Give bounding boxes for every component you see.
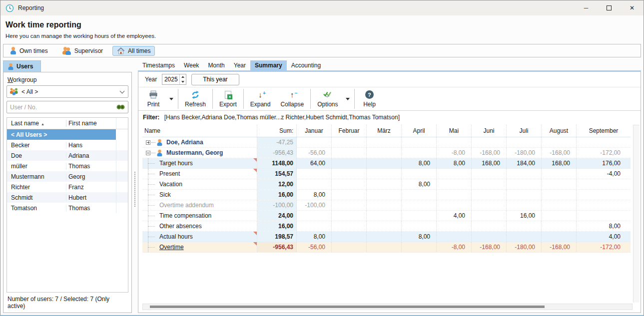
column-last-name[interactable]: Last name▲ bbox=[7, 120, 66, 127]
tab-week[interactable]: Week bbox=[179, 60, 203, 70]
refresh-button[interactable]: Refresh bbox=[180, 89, 211, 109]
list-item-user[interactable]: SchmidtHubert bbox=[7, 192, 128, 203]
toolbar-separator bbox=[212, 89, 213, 109]
toolbar-separator bbox=[354, 89, 355, 109]
column-sum[interactable]: Sum: bbox=[257, 125, 297, 137]
view-tab-strip: Timestamps Week Month Year Summary Accou… bbox=[138, 60, 641, 72]
vertical-scrollbar[interactable] bbox=[633, 125, 640, 303]
expand-button[interactable]: ↓+ Expand bbox=[245, 89, 276, 109]
table-row[interactable]: Vacation 12,00 8,00 bbox=[142, 179, 631, 190]
options-dropdown-arrow-icon[interactable] bbox=[346, 98, 350, 100]
excel-export-icon bbox=[225, 91, 231, 99]
column-september[interactable]: September bbox=[577, 125, 631, 137]
tab-users[interactable]: Users bbox=[3, 60, 41, 72]
table-row[interactable]: Present 154,57 -4,00 bbox=[142, 169, 631, 179]
maximize-button[interactable] bbox=[598, 0, 621, 15]
options-button[interactable]: Options bbox=[312, 89, 343, 109]
column-name[interactable]: Name bbox=[142, 125, 257, 137]
column-juni[interactable]: Juni bbox=[472, 125, 507, 137]
sort-asc-icon: ▲ bbox=[41, 122, 44, 126]
collapse-label: Collapse bbox=[280, 101, 304, 108]
year-bar: Year This year bbox=[138, 72, 641, 87]
list-item-user[interactable]: MustermannGeorg bbox=[7, 171, 128, 182]
expand-label: Expand bbox=[250, 101, 271, 108]
user-icon bbox=[8, 63, 14, 70]
print-button[interactable]: Print bbox=[140, 89, 166, 109]
column-august[interactable]: August bbox=[542, 125, 577, 137]
year-up-button[interactable] bbox=[180, 74, 186, 79]
table-row[interactable]: Overtime addendum -100,00 -100,00 bbox=[142, 200, 631, 211]
user-list-header: Last name▲ First name bbox=[7, 118, 128, 129]
refresh-label: Refresh bbox=[185, 101, 206, 108]
print-label: Print bbox=[147, 101, 160, 108]
table-row[interactable]: Mustermann, Georg -956,43 -56,00-8,00-16… bbox=[142, 148, 631, 158]
column-maerz[interactable]: März bbox=[367, 125, 402, 137]
app-window: Reporting ─ ✕ Work time reporting Here y… bbox=[0, 0, 644, 316]
export-label: Export bbox=[219, 101, 237, 108]
options-checks-icon bbox=[323, 91, 332, 98]
tab-timestamps[interactable]: Timestamps bbox=[138, 60, 179, 70]
tab-supervisor[interactable]: Supervisor bbox=[57, 45, 107, 56]
page-title: Work time reporting bbox=[5, 20, 639, 29]
column-first-name[interactable]: First name bbox=[66, 120, 116, 127]
refresh-icon bbox=[191, 90, 200, 99]
filter-value: [Hans Becker,Adriana Doe,Thomas müller..… bbox=[164, 114, 400, 121]
column-april[interactable]: April bbox=[402, 125, 437, 137]
scrollbar-thumb[interactable] bbox=[150, 306, 545, 308]
maximize-icon bbox=[607, 5, 612, 10]
table-row[interactable]: Actual hours 198,57 8,008,004,00 bbox=[142, 232, 631, 242]
help-button[interactable]: Help bbox=[356, 89, 382, 109]
summary-content: Year This year bbox=[138, 72, 641, 313]
workgroup-icon bbox=[9, 88, 18, 95]
tab-all-times[interactable]: All times bbox=[112, 46, 155, 56]
table-row[interactable]: Doe, Adriana -47,25 bbox=[142, 137, 631, 148]
horizontal-scrollbar[interactable] bbox=[142, 304, 633, 310]
list-item-user[interactable]: DoeAdriana bbox=[7, 150, 128, 161]
expand-plus-icon[interactable] bbox=[146, 140, 150, 145]
tab-own-times[interactable]: Own times bbox=[5, 45, 52, 56]
print-dropdown-arrow-icon[interactable] bbox=[169, 98, 173, 100]
list-item-user[interactable]: TomatsonThomas bbox=[7, 203, 128, 213]
export-button[interactable]: Export bbox=[214, 89, 242, 109]
table-row[interactable]: Target hours 1148,00 64,008,008,00168,00… bbox=[142, 158, 631, 169]
year-spinner bbox=[162, 74, 186, 85]
tab-accounting[interactable]: Accounting bbox=[287, 60, 325, 70]
tab-summary[interactable]: Summary bbox=[250, 60, 287, 70]
tab-year[interactable]: Year bbox=[229, 60, 250, 70]
filter-label: Filter: bbox=[143, 114, 159, 121]
main-area: Users Workgroup < All > bbox=[0, 60, 644, 315]
year-input[interactable] bbox=[162, 74, 179, 84]
table-row[interactable]: Time compensation 24,00 4,0016,00 bbox=[142, 211, 631, 221]
collapse-button[interactable]: ↑− Collapse bbox=[275, 89, 309, 109]
minimize-button[interactable]: ─ bbox=[575, 0, 598, 15]
column-juli[interactable]: Juli bbox=[507, 125, 542, 137]
list-item-user[interactable]: BeckerHans bbox=[7, 140, 128, 150]
tab-all-times-label: All times bbox=[128, 47, 150, 54]
tab-month[interactable]: Month bbox=[203, 60, 229, 70]
table-row[interactable]: Other absences 16,00 8,00 bbox=[142, 221, 631, 232]
table-row[interactable]: Overtime -956,43 -56,00-8,00-168,00-180,… bbox=[142, 242, 631, 253]
user-search-input[interactable] bbox=[10, 104, 113, 111]
column-mai[interactable]: Mai bbox=[437, 125, 472, 137]
workgroup-select[interactable]: < All > bbox=[6, 85, 128, 98]
summary-grid: Name Sum: Januar Februar März April Mai … bbox=[142, 125, 631, 303]
collapse-minus-icon[interactable] bbox=[146, 151, 150, 155]
page-subtitle: Here you can manage the working hours of… bbox=[5, 33, 639, 39]
list-item-all-users[interactable]: < All Users > bbox=[7, 129, 128, 140]
list-item-user[interactable]: müllerThomas bbox=[7, 161, 128, 171]
year-down-button[interactable] bbox=[180, 79, 186, 84]
this-year-button[interactable]: This year bbox=[191, 74, 239, 85]
spin-down-icon bbox=[181, 81, 184, 83]
column-februar[interactable]: Februar bbox=[332, 125, 367, 137]
column-januar[interactable]: Januar bbox=[297, 125, 332, 137]
close-button[interactable]: ✕ bbox=[621, 0, 644, 15]
table-row[interactable]: Sick 16,00 8,00 bbox=[142, 190, 631, 200]
panel-splitter[interactable] bbox=[132, 60, 138, 313]
user-search-box bbox=[6, 101, 128, 113]
window-title: Reporting bbox=[18, 4, 44, 11]
tab-own-times-label: Own times bbox=[19, 47, 48, 54]
user-icon bbox=[157, 149, 163, 156]
clock-app-icon bbox=[5, 4, 14, 12]
list-item-user[interactable]: RichterFranz bbox=[7, 182, 128, 192]
overtime-link[interactable]: Overtime bbox=[159, 244, 184, 251]
